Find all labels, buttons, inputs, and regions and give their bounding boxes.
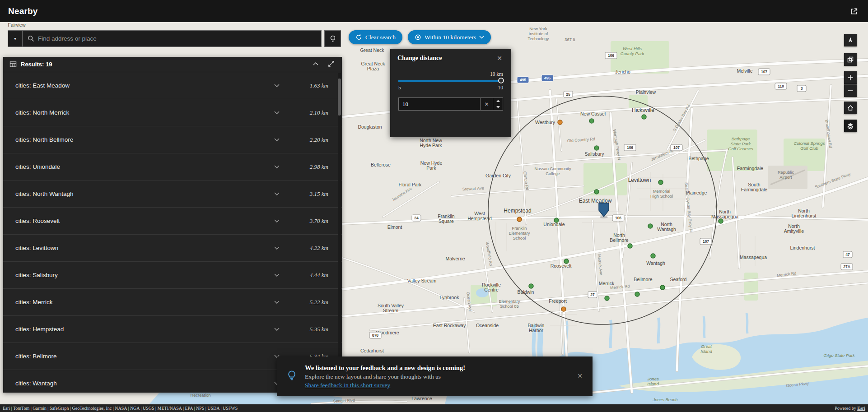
- result-label: cities: North Wantagh: [15, 190, 74, 197]
- map-dot[interactable]: [658, 180, 663, 185]
- chevron-down-icon[interactable]: [274, 111, 280, 115]
- slider-handle[interactable]: [498, 78, 504, 83]
- result-row[interactable]: cities: Hempstead5.35 km: [3, 316, 342, 343]
- map-dot[interactable]: [589, 119, 594, 123]
- chevron-down-icon[interactable]: [274, 301, 280, 304]
- map-label: New YorkInstitute ofTechnology: [527, 27, 549, 41]
- expand-results-button[interactable]: [327, 60, 336, 69]
- map-dot[interactable]: [554, 218, 559, 222]
- collapse-results-button[interactable]: [312, 60, 320, 69]
- distance-input[interactable]: [398, 97, 481, 111]
- chevron-down-icon[interactable]: [274, 192, 280, 196]
- search-suggestion-button[interactable]: [324, 30, 341, 47]
- attribution-bar: Esri | TomTom | Garmin | SafeGraph | Geo…: [0, 404, 868, 412]
- clear-input-button[interactable]: ✕: [481, 97, 493, 111]
- clear-search-button[interactable]: Clear search: [349, 30, 402, 44]
- layers-button[interactable]: [844, 120, 857, 132]
- map-dot[interactable]: [594, 146, 599, 150]
- result-row[interactable]: cities: East Meadow1.63 km: [3, 72, 342, 99]
- result-row[interactable]: cities: Uniondale2.98 km: [3, 153, 342, 181]
- map-label: GreatIsland: [700, 344, 712, 354]
- feedback-survey-link[interactable]: Share feedback in this short survey: [305, 382, 465, 389]
- result-label: cities: Wantagh: [15, 380, 57, 387]
- map-dot[interactable]: [558, 120, 562, 125]
- map-dot[interactable]: [561, 307, 566, 311]
- distance-slider[interactable]: [398, 80, 503, 82]
- result-row[interactable]: cities: Salisbury4.44 km: [3, 262, 342, 289]
- home-button[interactable]: [844, 102, 857, 114]
- result-row[interactable]: cities: North Wantagh3.15 km: [3, 181, 342, 208]
- stepper-up-button[interactable]: [493, 98, 503, 104]
- close-toast-button[interactable]: ✕: [574, 372, 585, 380]
- svg-text:24: 24: [414, 216, 419, 220]
- search-input[interactable]: [23, 31, 321, 46]
- result-row[interactable]: cities: North Merrick2.10 km: [3, 99, 342, 126]
- map-dot[interactable]: [719, 219, 723, 223]
- result-row[interactable]: cities: North Bellmore2.20 km: [3, 126, 342, 153]
- result-row[interactable]: cities: Levittown4.22 km: [3, 235, 342, 262]
- map-dot[interactable]: [648, 224, 653, 228]
- route-shield: 24: [412, 215, 421, 221]
- scrollbar-thumb[interactable]: [338, 79, 341, 116]
- stepper-down-button[interactable]: [493, 104, 503, 111]
- map-dot[interactable]: [605, 296, 609, 301]
- map-dot[interactable]: [660, 285, 665, 290]
- result-label: cities: Bellmore: [15, 353, 57, 360]
- map-actions: Clear search Within 10 kilometers: [349, 30, 491, 44]
- zoom-out-button[interactable]: [844, 84, 857, 97]
- route-shield: 106: [605, 52, 617, 59]
- map-label: Westbury: [535, 120, 555, 125]
- map-label: Jericho: [615, 69, 630, 74]
- map-label: Levittown: [628, 177, 651, 183]
- map-dot[interactable]: [517, 217, 522, 222]
- map-label: JonesIsland: [647, 376, 659, 386]
- chevron-down-icon[interactable]: [274, 273, 280, 277]
- search-options-button[interactable]: ▾: [8, 30, 22, 47]
- map-dot[interactable]: [651, 254, 655, 258]
- route-shield: 106: [624, 144, 636, 151]
- compass-button[interactable]: [844, 34, 857, 46]
- map-label: RockvilleCentre: [482, 282, 501, 292]
- map-label: Hicksville: [632, 107, 654, 113]
- result-label: cities: Salisbury: [15, 272, 58, 278]
- caret-down-icon: [496, 106, 500, 108]
- minus-icon: [847, 88, 854, 94]
- map-label: Cedarhurst: [360, 348, 384, 353]
- chevron-down-icon[interactable]: [274, 165, 280, 169]
- chevron-down-icon[interactable]: [274, 328, 280, 331]
- map-dot[interactable]: [628, 244, 632, 248]
- search-bar: ▾: [8, 30, 341, 47]
- chevron-down-icon[interactable]: [274, 219, 280, 223]
- distance-filter-button[interactable]: Within 10 kilometers: [408, 30, 491, 44]
- map-label: Melville: [737, 68, 752, 74]
- chevron-down-icon[interactable]: [274, 138, 280, 142]
- map-label: RepublicAirport: [778, 170, 794, 180]
- map-dot[interactable]: [642, 115, 646, 119]
- svg-text:47: 47: [845, 252, 850, 257]
- chevron-down-icon[interactable]: [274, 84, 280, 88]
- svg-text:27A: 27A: [843, 264, 850, 269]
- open-in-new-icon[interactable]: [848, 5, 860, 17]
- map-dot[interactable]: [635, 292, 639, 296]
- close-popup-button[interactable]: ✕: [494, 54, 505, 62]
- map-label: Lynbrook: [440, 295, 460, 300]
- powered-by: Powered by Esri: [835, 406, 865, 411]
- svg-text:25: 25: [566, 92, 570, 97]
- map-label: New Cassel: [580, 111, 606, 116]
- result-row[interactable]: cities: Merrick5.22 km: [3, 289, 342, 316]
- map-label: Lindenhurst: [790, 245, 815, 250]
- clear-search-label: Clear search: [365, 34, 396, 41]
- map-label: Massapequa: [740, 255, 767, 260]
- popup-title: Change distance: [397, 55, 442, 62]
- map-dot[interactable]: [564, 259, 569, 264]
- basemap-button[interactable]: [844, 53, 857, 66]
- svg-text:106: 106: [608, 53, 614, 58]
- result-label: cities: Levittown: [15, 245, 58, 251]
- map-dot[interactable]: [594, 190, 599, 194]
- chevron-down-icon[interactable]: [274, 246, 280, 250]
- result-row[interactable]: cities: Roosevelt3.70 km: [3, 208, 342, 235]
- esri-link[interactable]: Esri: [857, 406, 865, 411]
- map-dot[interactable]: [529, 284, 533, 288]
- zoom-in-button[interactable]: [844, 71, 857, 84]
- results-scrollbar[interactable]: [338, 73, 341, 390]
